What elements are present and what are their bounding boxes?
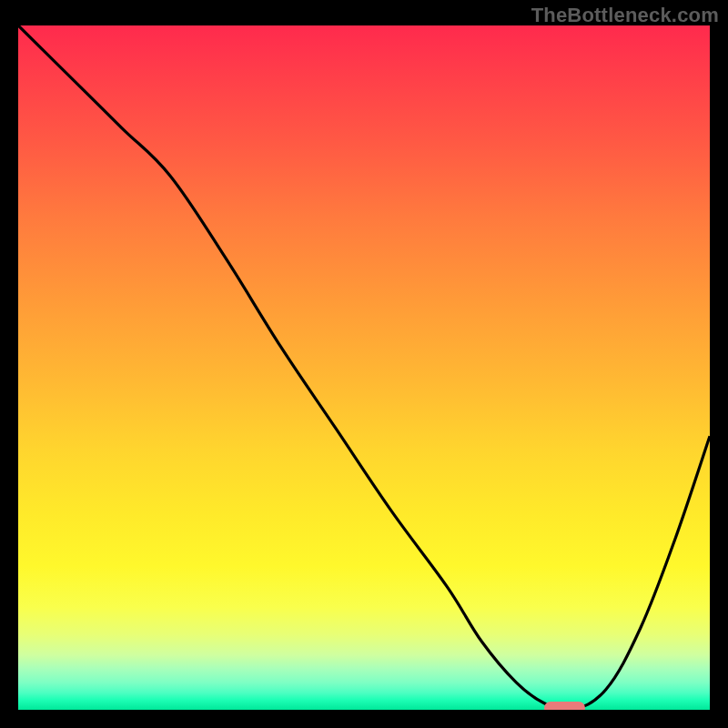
curve-path xyxy=(18,25,710,710)
chart-frame: TheBottleneck.com xyxy=(0,0,728,728)
watermark-text: TheBottleneck.com xyxy=(531,4,719,27)
plot-area xyxy=(18,25,710,710)
sweet-spot-marker xyxy=(544,702,586,710)
bottleneck-curve xyxy=(18,25,710,710)
